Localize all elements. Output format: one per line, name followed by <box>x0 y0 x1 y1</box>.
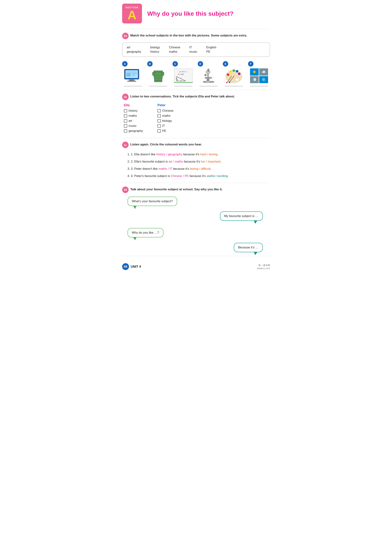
subject-maths: maths <box>169 50 180 54</box>
weather-grid: ☀️ ☁️ 💨 ❄️ <box>250 68 268 83</box>
divider-4 <box>122 183 270 183</box>
svg-point-37 <box>232 69 235 72</box>
subjects-col-1: art geography <box>127 46 141 54</box>
ella-geography[interactable]: geography <box>124 129 143 133</box>
svg-point-31 <box>207 81 210 82</box>
circle-list: 1. Ella doesn't like history / geography… <box>127 151 270 179</box>
bubble-4-tail <box>254 252 257 255</box>
ella-history-checkbox[interactable] <box>124 109 127 112</box>
peter-maths-label: maths <box>162 114 170 118</box>
word-maths-it: maths / IT <box>159 167 172 170</box>
pic-image-f: ☀️ ☁️ 💨 ❄️ <box>249 68 269 84</box>
subject-pe: PE <box>206 50 217 54</box>
ella-music-checkbox[interactable] <box>124 124 127 127</box>
sentence-4: 4. Peter's favourite subject is Chinese … <box>127 173 270 179</box>
page-title: Why do you like this subject? <box>147 10 234 17</box>
activity-1b-label: 1b <box>124 95 127 98</box>
subject-geography: geography <box>127 50 141 54</box>
ella-history[interactable]: history <box>124 109 143 112</box>
peter-pe[interactable]: PE <box>157 129 173 133</box>
peter-maths[interactable]: maths <box>157 114 173 118</box>
bubble-1-text: What's your favourite subject? <box>132 200 173 203</box>
ella-maths-checkbox[interactable] <box>124 114 127 118</box>
sentence-1: 1. Ella doesn't like history / geography… <box>127 151 270 157</box>
subjects-col-2: biology history <box>150 46 160 54</box>
divider-2 <box>122 90 270 90</box>
activity-1c-row: 1c Listen again. Circle the coloured wor… <box>122 142 270 148</box>
speech-section: What's your favourite subject? My favour… <box>122 197 270 252</box>
pic-badge-b: B <box>147 61 153 67</box>
svg-point-35 <box>227 73 229 76</box>
bubble-1: What's your favourite subject? <box>127 197 177 206</box>
watermark-line2: keben1.com <box>257 267 270 270</box>
svg-rect-7 <box>132 73 137 74</box>
peter-chinese-checkbox[interactable] <box>157 109 161 112</box>
ella-art-label: art <box>129 119 132 123</box>
peter-it[interactable]: IT <box>157 124 173 128</box>
word-fun-important: fun / important <box>201 160 221 163</box>
subjects-box: art geography biology history Chinese ma… <box>122 42 270 57</box>
svg-text:b: b <box>176 77 177 79</box>
svg-rect-30 <box>205 77 212 78</box>
svg-text:S=½ab: S=½ab <box>178 73 184 75</box>
ella-music[interactable]: music <box>124 124 143 128</box>
computer-icon <box>124 68 142 83</box>
artifact-icon <box>149 68 167 84</box>
weather-wind: 💨 <box>250 76 259 83</box>
ella-geography-label: geography <box>129 129 143 133</box>
pic-line-f <box>250 86 268 86</box>
svg-point-34 <box>235 78 239 81</box>
picture-f: F ☀️ ☁️ 💨 ❄️ <box>248 61 270 86</box>
activity-1d-row: 1d Talk about your favourite subject at … <box>122 187 270 193</box>
ella-art[interactable]: art <box>124 119 143 123</box>
word-useful-exciting: useful / exciting <box>207 174 228 178</box>
activity-1d-label: 1d <box>122 187 129 193</box>
peter-col: Peter Chinese maths biology IT PE <box>157 103 173 134</box>
ella-maths[interactable]: maths <box>124 114 143 118</box>
palette-icon <box>224 68 243 83</box>
activity-1a-label: 1a <box>122 33 129 39</box>
activity-1a: 1a Match the school subjects in the box … <box>122 33 270 39</box>
svg-rect-3 <box>127 81 136 82</box>
bubble-3: Why do you like …? <box>127 228 163 237</box>
bubble-1-tail <box>133 206 137 209</box>
peter-pe-checkbox[interactable] <box>157 129 161 133</box>
word-hard-boring: hard / boring <box>200 153 217 156</box>
bubble-container: What's your favourite subject? My favour… <box>127 197 270 252</box>
pic-line-e <box>225 86 243 86</box>
microscope-icon <box>200 68 217 84</box>
bubble-row-4: Because it's … <box>127 243 263 252</box>
svg-text:a²+b²=c²: a²+b²=c² <box>179 70 187 73</box>
pic-badge-e: E <box>223 61 228 67</box>
subject-chinese: Chinese <box>169 46 180 49</box>
pictures-row: A B <box>122 61 270 86</box>
bubble-2-text: My favourite subject is … <box>224 214 259 218</box>
weather-cloud: ☁️ <box>259 68 268 76</box>
peter-biology[interactable]: biology <box>157 119 173 123</box>
circle-section: 1. Ella doesn't like history / geography… <box>122 151 270 179</box>
page-number: 44 <box>122 263 129 270</box>
activity-1c-instruction: Listen again. Circle the coloured words … <box>130 142 202 147</box>
svg-rect-6 <box>126 73 131 77</box>
pic-badge-d: D <box>198 61 203 67</box>
svg-rect-9 <box>154 71 163 72</box>
peter-biology-checkbox[interactable] <box>157 119 161 122</box>
pic-line-a <box>124 86 142 86</box>
subject-english: English <box>206 46 217 49</box>
ella-geography-checkbox[interactable] <box>124 129 127 133</box>
peter-maths-checkbox[interactable] <box>157 114 161 118</box>
peter-chinese[interactable]: Chinese <box>157 109 173 112</box>
bubble-4-text: Because it's … <box>238 246 259 249</box>
peter-pe-label: PE <box>162 129 166 133</box>
section-badge: SECTION A <box>122 4 142 23</box>
word-history-geography: history / geography <box>156 153 182 156</box>
pic-image-a <box>123 68 143 84</box>
audio-icon-1b: 1b <box>122 94 129 100</box>
svg-rect-8 <box>132 75 135 76</box>
bubble-2: My favourite subject is … <box>220 211 263 221</box>
pic-badge-c: C <box>172 61 178 67</box>
subjects-col-4: IT music <box>189 46 197 54</box>
peter-it-checkbox[interactable] <box>157 124 161 127</box>
pic-badge-f: F <box>248 61 253 67</box>
ella-art-checkbox[interactable] <box>124 119 127 122</box>
